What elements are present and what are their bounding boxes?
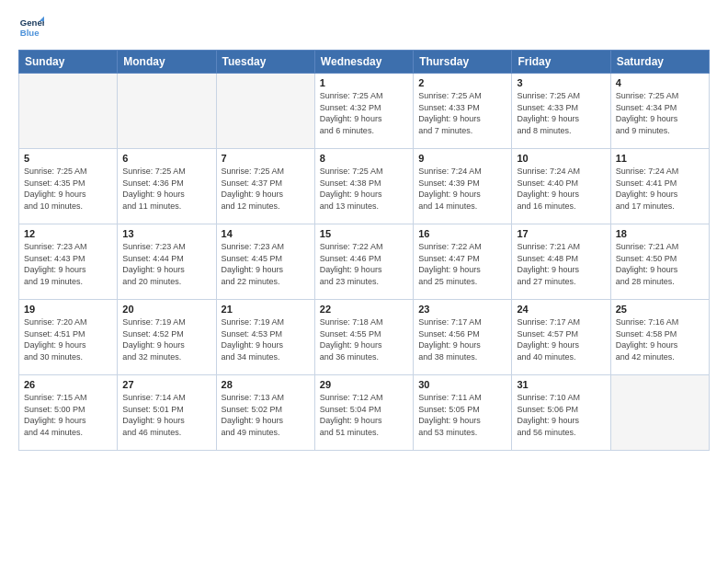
day-number: 4 <box>616 77 704 88</box>
calendar-cell: 29Sunrise: 7:12 AM Sunset: 5:04 PM Dayli… <box>314 375 413 451</box>
day-number: 8 <box>320 153 408 164</box>
cell-content: Sunrise: 7:25 AM Sunset: 4:37 PM Dayligh… <box>222 166 310 212</box>
calendar-cell: 13Sunrise: 7:23 AM Sunset: 4:44 PM Dayli… <box>118 224 216 300</box>
calendar-cell: 20Sunrise: 7:19 AM Sunset: 4:52 PM Dayli… <box>118 300 216 375</box>
calendar-cell: 11Sunrise: 7:24 AM Sunset: 4:41 PM Dayli… <box>610 149 709 224</box>
cell-content: Sunrise: 7:25 AM Sunset: 4:32 PM Dayligh… <box>320 90 408 136</box>
day-number: 22 <box>320 304 408 315</box>
logo-icon: General Blue <box>18 15 44 40</box>
day-number: 10 <box>517 153 605 164</box>
cell-content: Sunrise: 7:23 AM Sunset: 4:44 PM Dayligh… <box>122 241 210 287</box>
calendar-cell: 10Sunrise: 7:24 AM Sunset: 4:40 PM Dayli… <box>512 149 610 224</box>
day-number: 18 <box>616 228 704 239</box>
cell-content: Sunrise: 7:19 AM Sunset: 4:52 PM Dayligh… <box>122 316 210 362</box>
calendar-cell: 12Sunrise: 7:23 AM Sunset: 4:43 PM Dayli… <box>19 224 118 300</box>
day-number: 31 <box>517 379 605 390</box>
day-number: 9 <box>418 153 506 164</box>
calendar-cell: 8Sunrise: 7:25 AM Sunset: 4:38 PM Daylig… <box>314 149 413 224</box>
calendar-cell: 14Sunrise: 7:23 AM Sunset: 4:45 PM Dayli… <box>216 224 314 300</box>
cell-content: Sunrise: 7:24 AM Sunset: 4:41 PM Dayligh… <box>616 166 704 212</box>
day-number: 26 <box>24 379 112 390</box>
week-row-2: 12Sunrise: 7:23 AM Sunset: 4:43 PM Dayli… <box>19 224 710 300</box>
col-header-sunday: Sunday <box>19 51 118 74</box>
calendar-header-row: SundayMondayTuesdayWednesdayThursdayFrid… <box>19 51 710 74</box>
calendar-cell: 23Sunrise: 7:17 AM Sunset: 4:56 PM Dayli… <box>414 300 512 375</box>
cell-content: Sunrise: 7:23 AM Sunset: 4:43 PM Dayligh… <box>24 241 112 287</box>
cell-content: Sunrise: 7:21 AM Sunset: 4:50 PM Dayligh… <box>616 241 704 287</box>
calendar-cell: 22Sunrise: 7:18 AM Sunset: 4:55 PM Dayli… <box>314 300 413 375</box>
day-number: 25 <box>616 304 704 315</box>
calendar-cell: 16Sunrise: 7:22 AM Sunset: 4:47 PM Dayli… <box>414 224 512 300</box>
cell-content: Sunrise: 7:12 AM Sunset: 5:04 PM Dayligh… <box>320 392 408 438</box>
calendar-cell: 7Sunrise: 7:25 AM Sunset: 4:37 PM Daylig… <box>216 149 314 224</box>
day-number: 19 <box>24 304 112 315</box>
day-number: 21 <box>222 304 310 315</box>
day-number: 5 <box>24 153 112 164</box>
calendar-cell <box>118 74 216 149</box>
day-number: 24 <box>517 304 605 315</box>
calendar-cell: 15Sunrise: 7:22 AM Sunset: 4:46 PM Dayli… <box>314 224 413 300</box>
calendar-cell: 6Sunrise: 7:25 AM Sunset: 4:36 PM Daylig… <box>118 149 216 224</box>
calendar-cell: 31Sunrise: 7:10 AM Sunset: 5:06 PM Dayli… <box>512 375 610 451</box>
day-number: 7 <box>222 153 310 164</box>
cell-content: Sunrise: 7:24 AM Sunset: 4:39 PM Dayligh… <box>418 166 506 212</box>
week-row-4: 26Sunrise: 7:15 AM Sunset: 5:00 PM Dayli… <box>19 375 710 451</box>
cell-content: Sunrise: 7:25 AM Sunset: 4:35 PM Dayligh… <box>24 166 112 212</box>
calendar-cell <box>216 74 314 149</box>
cell-content: Sunrise: 7:13 AM Sunset: 5:02 PM Dayligh… <box>222 392 310 438</box>
day-number: 12 <box>24 228 112 239</box>
cell-content: Sunrise: 7:22 AM Sunset: 4:47 PM Dayligh… <box>418 241 506 287</box>
calendar-cell: 27Sunrise: 7:14 AM Sunset: 5:01 PM Dayli… <box>118 375 216 451</box>
day-number: 6 <box>122 153 210 164</box>
calendar-table: SundayMondayTuesdayWednesdayThursdayFrid… <box>18 50 710 451</box>
cell-content: Sunrise: 7:16 AM Sunset: 4:58 PM Dayligh… <box>616 316 704 362</box>
calendar-cell: 9Sunrise: 7:24 AM Sunset: 4:39 PM Daylig… <box>414 149 512 224</box>
calendar-cell: 4Sunrise: 7:25 AM Sunset: 4:34 PM Daylig… <box>610 74 709 149</box>
day-number: 28 <box>222 379 310 390</box>
cell-content: Sunrise: 7:11 AM Sunset: 5:05 PM Dayligh… <box>418 392 506 438</box>
cell-content: Sunrise: 7:19 AM Sunset: 4:53 PM Dayligh… <box>222 316 310 362</box>
day-number: 15 <box>320 228 408 239</box>
cell-content: Sunrise: 7:17 AM Sunset: 4:57 PM Dayligh… <box>517 316 605 362</box>
calendar-cell: 24Sunrise: 7:17 AM Sunset: 4:57 PM Dayli… <box>512 300 610 375</box>
col-header-friday: Friday <box>512 51 610 74</box>
day-number: 13 <box>122 228 210 239</box>
svg-text:Blue: Blue <box>20 28 40 38</box>
day-number: 27 <box>122 379 210 390</box>
cell-content: Sunrise: 7:10 AM Sunset: 5:06 PM Dayligh… <box>517 392 605 438</box>
calendar-cell: 1Sunrise: 7:25 AM Sunset: 4:32 PM Daylig… <box>314 74 413 149</box>
cell-content: Sunrise: 7:14 AM Sunset: 5:01 PM Dayligh… <box>122 392 210 438</box>
col-header-tuesday: Tuesday <box>216 51 314 74</box>
col-header-saturday: Saturday <box>610 51 709 74</box>
col-header-monday: Monday <box>118 51 216 74</box>
logo: General Blue <box>18 15 44 40</box>
day-number: 1 <box>320 77 408 88</box>
cell-content: Sunrise: 7:25 AM Sunset: 4:33 PM Dayligh… <box>418 90 506 136</box>
calendar-cell: 30Sunrise: 7:11 AM Sunset: 5:05 PM Dayli… <box>414 375 512 451</box>
day-number: 23 <box>418 304 506 315</box>
calendar-cell: 21Sunrise: 7:19 AM Sunset: 4:53 PM Dayli… <box>216 300 314 375</box>
page: General Blue SundayMondayTuesdayWednesda… <box>0 0 728 563</box>
week-row-3: 19Sunrise: 7:20 AM Sunset: 4:51 PM Dayli… <box>19 300 710 375</box>
day-number: 17 <box>517 228 605 239</box>
cell-content: Sunrise: 7:24 AM Sunset: 4:40 PM Dayligh… <box>517 166 605 212</box>
calendar-cell: 2Sunrise: 7:25 AM Sunset: 4:33 PM Daylig… <box>414 74 512 149</box>
cell-content: Sunrise: 7:17 AM Sunset: 4:56 PM Dayligh… <box>418 316 506 362</box>
day-number: 3 <box>517 77 605 88</box>
calendar-cell: 28Sunrise: 7:13 AM Sunset: 5:02 PM Dayli… <box>216 375 314 451</box>
cell-content: Sunrise: 7:25 AM Sunset: 4:38 PM Dayligh… <box>320 166 408 212</box>
cell-content: Sunrise: 7:21 AM Sunset: 4:48 PM Dayligh… <box>517 241 605 287</box>
calendar-cell: 18Sunrise: 7:21 AM Sunset: 4:50 PM Dayli… <box>610 224 709 300</box>
cell-content: Sunrise: 7:18 AM Sunset: 4:55 PM Dayligh… <box>320 316 408 362</box>
calendar-cell <box>19 74 118 149</box>
calendar-cell: 19Sunrise: 7:20 AM Sunset: 4:51 PM Dayli… <box>19 300 118 375</box>
cell-content: Sunrise: 7:25 AM Sunset: 4:34 PM Dayligh… <box>616 90 704 136</box>
cell-content: Sunrise: 7:20 AM Sunset: 4:51 PM Dayligh… <box>24 316 112 362</box>
calendar-cell: 25Sunrise: 7:16 AM Sunset: 4:58 PM Dayli… <box>610 300 709 375</box>
calendar-cell: 5Sunrise: 7:25 AM Sunset: 4:35 PM Daylig… <box>19 149 118 224</box>
day-number: 14 <box>222 228 310 239</box>
calendar-cell: 26Sunrise: 7:15 AM Sunset: 5:00 PM Dayli… <box>19 375 118 451</box>
week-row-1: 5Sunrise: 7:25 AM Sunset: 4:35 PM Daylig… <box>19 149 710 224</box>
day-number: 16 <box>418 228 506 239</box>
col-header-thursday: Thursday <box>414 51 512 74</box>
